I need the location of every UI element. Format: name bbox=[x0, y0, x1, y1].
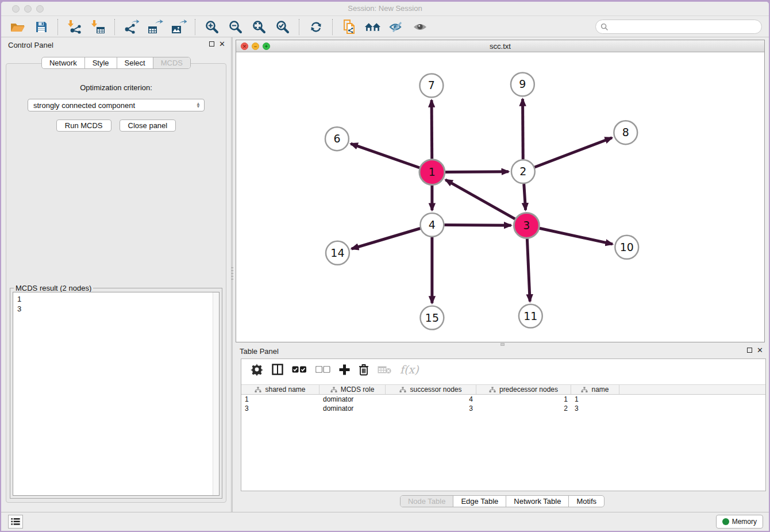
close-panel-icon[interactable]: ✕ bbox=[219, 41, 225, 47]
table-settings-icon[interactable] bbox=[251, 363, 263, 376]
result-scrollbar[interactable] bbox=[213, 292, 219, 495]
float-table-panel-icon[interactable] bbox=[747, 348, 752, 353]
tab-mcds[interactable]: MCDS bbox=[153, 57, 190, 68]
hierarchy-icon bbox=[330, 387, 337, 393]
tab-network[interactable]: Network bbox=[42, 57, 84, 68]
mcds-result-list[interactable]: 13 bbox=[13, 292, 220, 496]
network-window-titlebar[interactable]: ✕ − + scc.txt bbox=[236, 40, 764, 52]
column-header-name[interactable]: name bbox=[571, 385, 619, 394]
duplicate-network-icon[interactable] bbox=[341, 18, 357, 36]
toolbar-separator bbox=[299, 19, 299, 35]
graph-node-7[interactable]: 7 bbox=[419, 74, 443, 97]
cell[interactable]: 2 bbox=[476, 404, 571, 413]
hide-selected-icon[interactable] bbox=[388, 18, 405, 36]
criterion-value: strongly connected component bbox=[33, 101, 135, 110]
table-panel: Table Panel ✕ bbox=[236, 344, 769, 512]
open-session-icon[interactable] bbox=[9, 18, 26, 36]
graph-edge-1-6[interactable] bbox=[351, 144, 419, 168]
control-panel-tabs: NetworkStyleSelectMCDS bbox=[41, 57, 191, 69]
split-view-icon[interactable] bbox=[272, 364, 283, 375]
show-all-icon[interactable] bbox=[411, 18, 428, 36]
graph-node-14[interactable]: 14 bbox=[326, 241, 349, 265]
save-session-icon[interactable] bbox=[33, 18, 49, 36]
zoom-in-icon[interactable] bbox=[203, 18, 220, 36]
graph-edge-4-14[interactable] bbox=[352, 229, 421, 249]
column-header-MCDS-role[interactable]: MCDS role bbox=[319, 385, 386, 394]
graph-edge-2-3[interactable] bbox=[524, 184, 526, 210]
zoom-fit-icon[interactable] bbox=[251, 18, 267, 36]
cell[interactable]: 1 bbox=[571, 395, 619, 404]
cell[interactable]: dominator bbox=[319, 395, 386, 404]
graph-node-9[interactable]: 9 bbox=[511, 72, 534, 96]
select-all-columns-icon[interactable] bbox=[292, 366, 307, 373]
table-body: 1dominator4113dominator323 bbox=[241, 395, 765, 413]
graph-node-4[interactable]: 4 bbox=[420, 213, 444, 237]
cell[interactable]: 3 bbox=[241, 404, 319, 413]
svg-text:15: 15 bbox=[425, 311, 439, 324]
graph-node-1[interactable]: 1 bbox=[419, 160, 445, 185]
close-table-panel-icon[interactable]: ✕ bbox=[757, 347, 763, 353]
search-input[interactable] bbox=[609, 21, 761, 33]
hierarchy-icon bbox=[581, 387, 588, 393]
float-panel-icon[interactable] bbox=[209, 41, 214, 47]
table-row[interactable]: 1dominator411 bbox=[241, 395, 765, 404]
cell[interactable]: 1 bbox=[476, 395, 571, 404]
tab-network-table[interactable]: Network Table bbox=[506, 496, 568, 507]
delete-column-icon[interactable] bbox=[359, 364, 369, 376]
graph-edge-3-11[interactable] bbox=[527, 238, 530, 301]
svg-text:8: 8 bbox=[622, 126, 629, 138]
memory-button[interactable]: Memory bbox=[716, 515, 763, 529]
zoom-out-icon[interactable] bbox=[227, 18, 244, 36]
criterion-select[interactable]: strongly connected component ▲▼ bbox=[28, 99, 205, 111]
toolbar-separator bbox=[57, 19, 58, 35]
export-table-icon[interactable] bbox=[147, 18, 163, 36]
task-history-button[interactable] bbox=[8, 515, 23, 529]
tab-node-table[interactable]: Node Table bbox=[401, 496, 453, 507]
close-panel-button[interactable]: Close panel bbox=[120, 119, 176, 132]
graph-edge-1-7[interactable] bbox=[432, 100, 432, 159]
graph-edge-4-3[interactable] bbox=[444, 225, 511, 226]
first-neighbors-icon[interactable] bbox=[364, 18, 381, 36]
table-row[interactable]: 3dominator323 bbox=[241, 404, 765, 413]
table-toolbar: f(x) bbox=[241, 359, 765, 380]
import-table-icon[interactable] bbox=[90, 18, 106, 36]
control-panel: Control Panel ✕ NetworkStyleSelectMCDS O… bbox=[1, 37, 231, 512]
cell[interactable]: dominator bbox=[319, 404, 386, 413]
tab-edge-table[interactable]: Edge Table bbox=[453, 496, 506, 507]
graph-edge-2-8[interactable] bbox=[534, 138, 612, 167]
graph-edge-3-10[interactable] bbox=[540, 228, 613, 244]
network-canvas[interactable]: 7968124314101511 bbox=[236, 52, 764, 342]
graph-node-10[interactable]: 10 bbox=[615, 236, 638, 259]
search-field[interactable] bbox=[595, 20, 762, 34]
column-header-successor-nodes[interactable]: successor nodes bbox=[386, 385, 476, 394]
graph-edge-3-1[interactable] bbox=[445, 180, 515, 219]
import-network-icon[interactable] bbox=[66, 18, 83, 36]
tab-motifs[interactable]: Motifs bbox=[568, 496, 604, 507]
zoom-selected-icon[interactable] bbox=[274, 18, 291, 36]
graph-node-2[interactable]: 2 bbox=[511, 160, 535, 183]
graph-node-15[interactable]: 15 bbox=[420, 306, 444, 330]
cell[interactable]: 3 bbox=[571, 404, 619, 413]
app-titlebar: Session: New Session bbox=[1, 2, 769, 16]
deselect-all-columns-icon[interactable] bbox=[315, 366, 330, 373]
hierarchy-icon bbox=[399, 387, 406, 393]
column-header-predecessor-nodes[interactable]: predecessor nodes bbox=[476, 385, 571, 394]
cell[interactable]: 3 bbox=[386, 404, 476, 413]
add-column-icon[interactable] bbox=[339, 364, 350, 375]
graph-node-8[interactable]: 8 bbox=[614, 121, 637, 144]
graph-node-3[interactable]: 3 bbox=[514, 213, 539, 238]
tab-select[interactable]: Select bbox=[117, 57, 153, 68]
cell[interactable]: 4 bbox=[386, 395, 476, 404]
run-mcds-button[interactable]: Run MCDS bbox=[56, 119, 111, 132]
graph-edge-1-2[interactable] bbox=[445, 172, 509, 172]
cell[interactable]: 1 bbox=[241, 395, 319, 404]
tab-style[interactable]: Style bbox=[84, 57, 117, 68]
column-header-shared-name[interactable]: shared name bbox=[241, 385, 319, 394]
export-image-icon[interactable] bbox=[170, 18, 187, 36]
hierarchy-icon bbox=[255, 387, 261, 393]
graph-edge-2-9[interactable] bbox=[523, 99, 523, 159]
export-network-icon[interactable] bbox=[123, 18, 140, 36]
graph-node-11[interactable]: 11 bbox=[519, 304, 542, 328]
refresh-icon[interactable] bbox=[307, 18, 324, 36]
graph-node-6[interactable]: 6 bbox=[325, 127, 349, 151]
